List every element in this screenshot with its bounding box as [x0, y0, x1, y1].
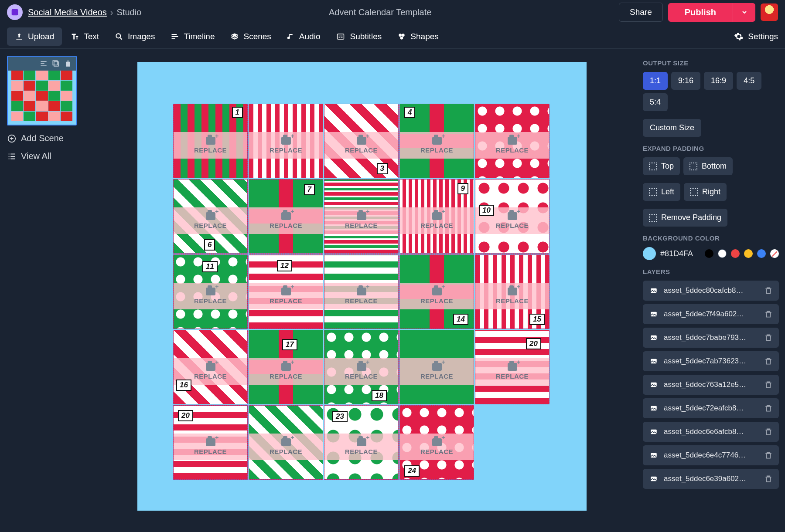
calendar-cell[interactable]: REPLACE [249, 104, 323, 178]
replace-overlay[interactable]: REPLACE [475, 132, 549, 159]
calendar-cell[interactable]: REPLACE4 [399, 104, 474, 178]
user-avatar[interactable] [761, 3, 778, 21]
replace-overlay[interactable]: REPLACE [249, 132, 323, 159]
calendar-cell[interactable]: REPLACE6 [173, 179, 248, 254]
swatch-white[interactable] [718, 249, 727, 258]
share-button[interactable]: Share [619, 3, 663, 22]
swatch-none[interactable] [770, 249, 779, 258]
canvas-area[interactable]: REPLACE1REPLACEREPLACE3REPLACE4REPLACERE… [87, 49, 637, 532]
calendar-cell[interactable]: REPLACE [249, 405, 323, 480]
layer-item[interactable]: asset_5ddec6e4c7746… [643, 445, 779, 465]
calendar-cell[interactable]: REPLACE3 [324, 104, 399, 178]
copy-icon[interactable] [51, 59, 60, 68]
calendar-cell[interactable]: REPLACE [475, 104, 550, 178]
swatch-yellow[interactable] [744, 249, 753, 258]
calendar-cell[interactable]: REPLACE [324, 179, 399, 254]
replace-overlay[interactable]: REPLACE [174, 207, 247, 234]
shapes-button[interactable]: Shapes [389, 27, 446, 46]
upload-button[interactable]: Upload [7, 27, 62, 46]
view-all-button[interactable]: View All [7, 151, 80, 161]
replace-overlay[interactable]: REPLACE [174, 283, 247, 309]
replace-overlay[interactable]: REPLACE [249, 358, 323, 385]
trash-icon[interactable] [764, 451, 773, 460]
scene-thumbnail[interactable] [7, 56, 77, 125]
calendar-cell[interactable]: REPLACE11 [173, 254, 248, 329]
calendar-cell[interactable]: REPLACE [399, 330, 474, 404]
swatch-black[interactable] [705, 249, 713, 258]
ratio-9-16[interactable]: 9:16 [671, 72, 700, 90]
calendar-cell[interactable]: REPLACE9 [399, 179, 474, 254]
layer-item[interactable]: asset_5ddec6e6afcb8… [643, 422, 779, 442]
calendar-cell[interactable]: REPLACE20 [475, 330, 550, 404]
replace-overlay[interactable]: REPLACE [400, 132, 474, 159]
ratio-5-4[interactable]: 5:4 [643, 93, 668, 111]
custom-size-button[interactable]: Custom Size [643, 119, 701, 137]
calendar-cell[interactable]: REPLACE18 [324, 330, 399, 404]
align-icon[interactable] [39, 59, 48, 68]
layer-item[interactable]: asset_5ddec80cafcb8… [643, 281, 779, 301]
replace-overlay[interactable]: REPLACE [249, 434, 323, 460]
pad-bottom-button[interactable]: Bottom [683, 157, 733, 175]
remove-padding-button[interactable]: Remove Padding [643, 209, 727, 227]
replace-overlay[interactable]: REPLACE [324, 434, 398, 460]
ratio-1-1[interactable]: 1:1 [643, 72, 668, 90]
calendar-cell[interactable]: REPLACE7 [249, 179, 323, 254]
text-button[interactable]: Text [62, 27, 107, 46]
calendar-cell[interactable]: REPLACE16 [173, 330, 248, 404]
swatch-blue[interactable] [757, 249, 766, 258]
pad-top-button[interactable]: Top [643, 157, 680, 175]
layer-item[interactable]: asset_5ddec7f49a602… [643, 304, 779, 324]
canvas-background[interactable]: REPLACE1REPLACEREPLACE3REPLACE4REPLACERE… [137, 62, 587, 511]
replace-overlay[interactable]: REPLACE [249, 207, 323, 234]
publish-dropdown[interactable] [733, 3, 755, 22]
settings-button[interactable]: Settings [734, 32, 778, 41]
replace-overlay[interactable]: REPLACE [475, 283, 549, 309]
ratio-4-5[interactable]: 4:5 [737, 72, 761, 90]
calendar-cell[interactable]: REPLACE [324, 254, 399, 329]
replace-overlay[interactable]: REPLACE [249, 283, 323, 309]
calendar-cell[interactable]: REPLACE24 [399, 405, 474, 480]
calendar-cell[interactable]: REPLACE17 [249, 330, 323, 404]
calendar-cell[interactable]: REPLACE14 [399, 254, 474, 329]
layer-item[interactable]: asset_5ddec7ab73623… [643, 351, 779, 371]
add-scene-button[interactable]: Add Scene [7, 133, 80, 143]
breadcrumb-link[interactable]: Social Media Videos [28, 7, 107, 17]
trash-icon[interactable] [764, 309, 773, 319]
layer-item[interactable]: asset_5ddec72eafcb8… [643, 398, 779, 418]
publish-button[interactable]: Publish [668, 3, 733, 22]
pad-left-button[interactable]: Left [643, 183, 680, 201]
replace-overlay[interactable]: REPLACE [324, 132, 398, 159]
replace-overlay[interactable]: REPLACE [174, 434, 247, 460]
audio-button[interactable]: Audio [279, 27, 328, 46]
layer-item[interactable]: asset_5ddec7babe793… [643, 328, 779, 348]
replace-overlay[interactable]: REPLACE [174, 132, 247, 159]
calendar-cell[interactable]: REPLACE15 [475, 254, 550, 329]
calendar-cell[interactable]: REPLACE10 [475, 179, 550, 254]
calendar-cell[interactable]: REPLACE20 [173, 405, 248, 480]
subtitles-button[interactable]: Subtitles [328, 27, 389, 46]
replace-overlay[interactable]: REPLACE [324, 207, 398, 234]
calendar-cell[interactable]: REPLACE1 [173, 104, 248, 178]
timeline-button[interactable]: Timeline [163, 27, 222, 46]
trash-icon[interactable] [764, 333, 773, 342]
replace-overlay[interactable]: REPLACE [324, 358, 398, 385]
calendar-cell[interactable]: REPLACE23 [324, 405, 399, 480]
trash-icon[interactable] [64, 59, 72, 68]
replace-overlay[interactable]: REPLACE [400, 434, 474, 460]
current-color-swatch[interactable] [643, 247, 656, 260]
trash-icon[interactable] [764, 403, 773, 413]
scenes-button[interactable]: Scenes [222, 27, 279, 46]
pad-right-button[interactable]: Right [684, 183, 727, 201]
layer-item[interactable]: asset_5ddec763a12e5… [643, 375, 779, 395]
trash-icon[interactable] [764, 380, 773, 390]
replace-overlay[interactable]: REPLACE [400, 283, 474, 309]
trash-icon[interactable] [764, 474, 773, 484]
ratio-16-9[interactable]: 16:9 [704, 72, 733, 90]
trash-icon[interactable] [764, 356, 773, 366]
swatch-red[interactable] [731, 249, 740, 258]
trash-icon[interactable] [764, 427, 773, 437]
replace-overlay[interactable]: REPLACE [400, 358, 474, 385]
replace-overlay[interactable]: REPLACE [324, 283, 398, 309]
replace-overlay[interactable]: REPLACE [400, 207, 474, 234]
calendar-cell[interactable]: REPLACE12 [249, 254, 323, 329]
